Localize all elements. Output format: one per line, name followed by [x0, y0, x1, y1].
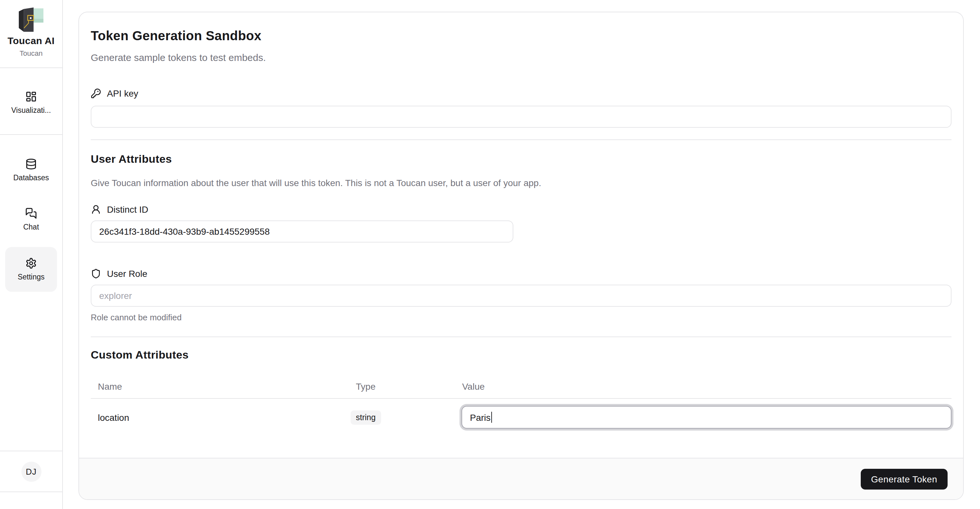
custom-attributes-table: Name Type Value location string Paris — [91, 381, 951, 436]
value-input[interactable]: Paris — [461, 406, 951, 429]
brand: Toucan AI Toucan — [0, 0, 62, 68]
distinct-id-input[interactable] — [91, 220, 513, 243]
attribute-value-cell: Paris — [461, 406, 951, 429]
value-input-text: Paris — [470, 412, 491, 423]
sidebar-nav: Visualizati... Databases Chat — [0, 68, 62, 292]
user-attributes-heading: User Attributes — [91, 152, 951, 167]
sidebar-item-label: Chat — [23, 223, 39, 231]
sidebar-item-chat[interactable]: Chat — [23, 207, 39, 231]
sidebar-item-settings[interactable]: Settings — [5, 247, 57, 292]
column-header-value: Value — [461, 381, 951, 392]
user-role-helper: Role cannot be modified — [91, 313, 951, 323]
brand-title: Toucan AI — [8, 35, 54, 46]
api-key-label: API key — [91, 88, 951, 99]
distinct-id-label: Distinct ID — [91, 204, 951, 215]
generate-token-button[interactable]: Generate Token — [861, 469, 948, 489]
token-sandbox-card: Token Generation Sandbox Generate sample… — [78, 12, 964, 500]
custom-attributes-heading: Custom Attributes — [91, 348, 951, 363]
section-divider — [91, 337, 951, 337]
column-header-name: Name — [91, 381, 356, 392]
user-attributes-description: Give Toucan information about the user t… — [91, 176, 951, 189]
gear-icon — [25, 257, 37, 269]
column-header-type: Type — [356, 381, 461, 392]
sidebar-item-databases[interactable]: Databases — [13, 158, 49, 182]
key-icon — [91, 88, 101, 99]
page-title: Token Generation Sandbox — [91, 27, 951, 45]
sidebar-item-label: Visualizati... — [11, 106, 51, 114]
layout-dashboard-icon — [25, 91, 37, 102]
avatar[interactable]: DJ — [21, 461, 41, 482]
app-window: Toucan AI Toucan Visualizati... Database… — [0, 0, 980, 509]
distinct-id-label-text: Distinct ID — [107, 204, 148, 215]
section-divider — [91, 139, 951, 140]
sidebar-divider — [0, 134, 62, 135]
type-badge: string — [351, 410, 381, 424]
api-key-input[interactable] — [91, 106, 951, 128]
table-header-row: Name Type Value — [91, 381, 951, 392]
shield-icon — [91, 268, 101, 279]
user-icon — [91, 204, 101, 215]
text-caret — [491, 412, 492, 423]
sidebar-footer: DJ — [0, 451, 62, 492]
user-role-input[interactable] — [91, 285, 951, 307]
database-icon — [25, 158, 37, 170]
chat-icon — [25, 207, 37, 219]
toucan-logo-icon — [19, 7, 43, 32]
brand-subtitle: Toucan — [20, 49, 43, 57]
sidebar-item-label: Settings — [18, 273, 45, 281]
sidebar-item-visualizations[interactable]: Visualizati... — [11, 91, 51, 114]
sidebar-item-label: Databases — [13, 174, 49, 182]
api-key-label-text: API key — [107, 88, 138, 99]
page-subtitle: Generate sample tokens to test embeds. — [91, 51, 951, 64]
user-role-label-text: User Role — [107, 268, 148, 279]
table-row: location string Paris — [91, 399, 951, 436]
sidebar: Toucan AI Toucan Visualizati... Database… — [0, 0, 63, 509]
attribute-type-cell: string — [356, 410, 461, 424]
card-footer: Generate Token — [79, 458, 963, 499]
attribute-name: location — [91, 412, 356, 423]
user-role-label: User Role — [91, 268, 951, 279]
